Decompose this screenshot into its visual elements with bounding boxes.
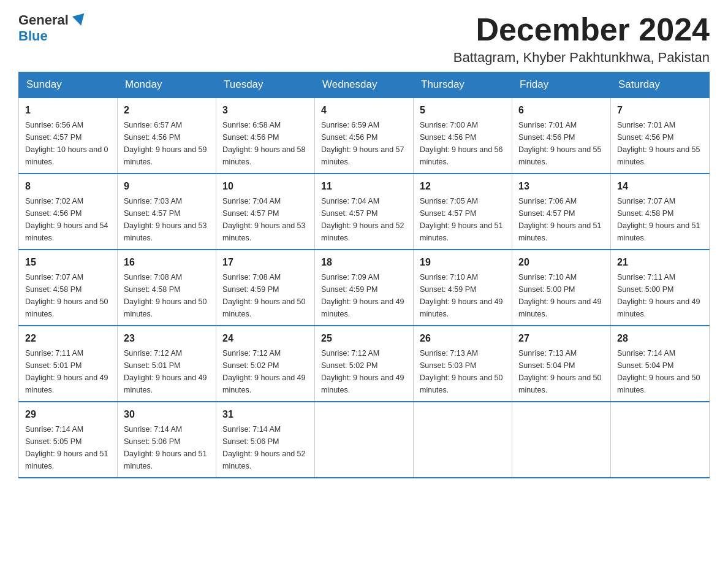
calendar-week-row: 8 Sunrise: 7:02 AMSunset: 4:56 PMDayligh… (19, 174, 710, 250)
weekday-header: Tuesday (216, 72, 315, 98)
day-number: 4 (321, 103, 407, 118)
day-info: Sunrise: 7:07 AMSunset: 4:58 PMDaylight:… (25, 273, 108, 318)
calendar-day-cell: 4 Sunrise: 6:59 AMSunset: 4:56 PMDayligh… (315, 98, 414, 174)
weekday-header: Thursday (414, 72, 512, 98)
weekday-header: Wednesday (315, 72, 414, 98)
calendar-week-row: 29 Sunrise: 7:14 AMSunset: 5:05 PMDaylig… (19, 402, 710, 478)
logo-text: General Blue (18, 12, 86, 44)
calendar-day-cell (512, 402, 611, 478)
day-number: 23 (124, 331, 210, 346)
calendar-day-cell: 29 Sunrise: 7:14 AMSunset: 5:05 PMDaylig… (19, 402, 118, 478)
calendar-day-cell: 3 Sunrise: 6:58 AMSunset: 4:56 PMDayligh… (216, 98, 315, 174)
day-info: Sunrise: 7:08 AMSunset: 4:58 PMDaylight:… (124, 273, 207, 318)
day-info: Sunrise: 7:08 AMSunset: 4:59 PMDaylight:… (222, 273, 306, 318)
calendar-day-cell: 20 Sunrise: 7:10 AMSunset: 5:00 PMDaylig… (512, 250, 611, 326)
day-info: Sunrise: 7:11 AMSunset: 5:01 PMDaylight:… (25, 349, 108, 394)
day-number: 21 (617, 255, 703, 270)
page-subtitle: Battagram, Khyber Pakhtunkhwa, Pakistan (453, 50, 710, 66)
day-info: Sunrise: 7:14 AMSunset: 5:06 PMDaylight:… (124, 425, 207, 470)
calendar-day-cell: 10 Sunrise: 7:04 AMSunset: 4:57 PMDaylig… (216, 174, 315, 250)
day-number: 20 (518, 255, 604, 270)
logo-triangle-icon (72, 13, 87, 28)
calendar-day-cell: 27 Sunrise: 7:13 AMSunset: 5:04 PMDaylig… (512, 326, 611, 402)
day-info: Sunrise: 7:07 AMSunset: 4:58 PMDaylight:… (617, 197, 700, 242)
day-info: Sunrise: 7:12 AMSunset: 5:02 PMDaylight:… (222, 349, 306, 394)
day-info: Sunrise: 7:01 AMSunset: 4:56 PMDaylight:… (518, 121, 602, 166)
day-info: Sunrise: 6:59 AMSunset: 4:56 PMDaylight:… (321, 121, 404, 166)
calendar-day-cell: 14 Sunrise: 7:07 AMSunset: 4:58 PMDaylig… (611, 174, 710, 250)
day-info: Sunrise: 6:56 AMSunset: 4:57 PMDaylight:… (25, 121, 108, 166)
calendar-week-row: 22 Sunrise: 7:11 AMSunset: 5:01 PMDaylig… (19, 326, 710, 402)
day-info: Sunrise: 7:04 AMSunset: 4:57 PMDaylight:… (321, 197, 404, 242)
day-info: Sunrise: 7:12 AMSunset: 5:02 PMDaylight:… (321, 349, 404, 394)
calendar-day-cell: 26 Sunrise: 7:13 AMSunset: 5:03 PMDaylig… (414, 326, 512, 402)
calendar-day-cell: 19 Sunrise: 7:10 AMSunset: 4:59 PMDaylig… (414, 250, 512, 326)
calendar-day-cell: 24 Sunrise: 7:12 AMSunset: 5:02 PMDaylig… (216, 326, 315, 402)
calendar-day-cell: 8 Sunrise: 7:02 AMSunset: 4:56 PMDayligh… (19, 174, 118, 250)
page-header: General Blue December 2024 Battagram, Kh… (18, 12, 710, 66)
day-number: 28 (617, 331, 703, 346)
calendar-day-cell: 17 Sunrise: 7:08 AMSunset: 4:59 PMDaylig… (216, 250, 315, 326)
day-number: 7 (617, 103, 703, 118)
day-number: 13 (518, 179, 604, 194)
day-number: 31 (222, 407, 308, 422)
day-number: 16 (124, 255, 210, 270)
day-info: Sunrise: 7:13 AMSunset: 5:03 PMDaylight:… (420, 349, 503, 394)
day-number: 3 (222, 103, 308, 118)
day-number: 5 (420, 103, 506, 118)
day-info: Sunrise: 7:12 AMSunset: 5:01 PMDaylight:… (124, 349, 207, 394)
day-info: Sunrise: 7:04 AMSunset: 4:57 PMDaylight:… (222, 197, 306, 242)
calendar-day-cell (414, 402, 512, 478)
calendar-day-cell: 18 Sunrise: 7:09 AMSunset: 4:59 PMDaylig… (315, 250, 414, 326)
day-number: 10 (222, 179, 308, 194)
day-number: 27 (518, 331, 604, 346)
calendar-day-cell: 11 Sunrise: 7:04 AMSunset: 4:57 PMDaylig… (315, 174, 414, 250)
calendar-day-cell: 28 Sunrise: 7:14 AMSunset: 5:04 PMDaylig… (611, 326, 710, 402)
calendar-day-cell: 7 Sunrise: 7:01 AMSunset: 4:56 PMDayligh… (611, 98, 710, 174)
calendar-day-cell: 31 Sunrise: 7:14 AMSunset: 5:06 PMDaylig… (216, 402, 315, 478)
day-info: Sunrise: 7:11 AMSunset: 5:00 PMDaylight:… (617, 273, 700, 318)
calendar-day-cell: 12 Sunrise: 7:05 AMSunset: 4:57 PMDaylig… (414, 174, 512, 250)
day-info: Sunrise: 7:09 AMSunset: 4:59 PMDaylight:… (321, 273, 404, 318)
day-info: Sunrise: 7:14 AMSunset: 5:06 PMDaylight:… (222, 425, 306, 470)
weekday-header: Sunday (19, 72, 118, 98)
day-info: Sunrise: 7:10 AMSunset: 4:59 PMDaylight:… (420, 273, 503, 318)
logo: General Blue (18, 12, 86, 44)
day-info: Sunrise: 7:02 AMSunset: 4:56 PMDaylight:… (25, 197, 108, 242)
day-number: 1 (25, 103, 111, 118)
day-number: 2 (124, 103, 210, 118)
calendar-day-cell: 9 Sunrise: 7:03 AMSunset: 4:57 PMDayligh… (118, 174, 216, 250)
calendar-day-cell: 6 Sunrise: 7:01 AMSunset: 4:56 PMDayligh… (512, 98, 611, 174)
day-info: Sunrise: 7:14 AMSunset: 5:04 PMDaylight:… (617, 349, 700, 394)
calendar-day-cell: 21 Sunrise: 7:11 AMSunset: 5:00 PMDaylig… (611, 250, 710, 326)
calendar-day-cell: 15 Sunrise: 7:07 AMSunset: 4:58 PMDaylig… (19, 250, 118, 326)
day-info: Sunrise: 7:14 AMSunset: 5:05 PMDaylight:… (25, 425, 108, 470)
day-number: 22 (25, 331, 111, 346)
calendar-day-cell: 23 Sunrise: 7:12 AMSunset: 5:01 PMDaylig… (118, 326, 216, 402)
day-info: Sunrise: 6:58 AMSunset: 4:56 PMDaylight:… (222, 121, 306, 166)
page-title: December 2024 (453, 12, 710, 47)
calendar-week-row: 15 Sunrise: 7:07 AMSunset: 4:58 PMDaylig… (19, 250, 710, 326)
calendar-day-cell: 1 Sunrise: 6:56 AMSunset: 4:57 PMDayligh… (19, 98, 118, 174)
logo-general: General (18, 12, 69, 28)
day-number: 8 (25, 179, 111, 194)
day-number: 24 (222, 331, 308, 346)
day-number: 26 (420, 331, 506, 346)
calendar-table: SundayMondayTuesdayWednesdayThursdayFrid… (18, 72, 710, 478)
weekday-header: Friday (512, 72, 611, 98)
day-info: Sunrise: 7:05 AMSunset: 4:57 PMDaylight:… (420, 197, 503, 242)
day-number: 9 (124, 179, 210, 194)
day-info: Sunrise: 7:10 AMSunset: 5:00 PMDaylight:… (518, 273, 602, 318)
day-info: Sunrise: 7:01 AMSunset: 4:56 PMDaylight:… (617, 121, 700, 166)
calendar-day-cell: 16 Sunrise: 7:08 AMSunset: 4:58 PMDaylig… (118, 250, 216, 326)
day-number: 6 (518, 103, 604, 118)
calendar-day-cell: 2 Sunrise: 6:57 AMSunset: 4:56 PMDayligh… (118, 98, 216, 174)
day-info: Sunrise: 7:03 AMSunset: 4:57 PMDaylight:… (124, 197, 207, 242)
day-number: 19 (420, 255, 506, 270)
day-number: 25 (321, 331, 407, 346)
day-number: 29 (25, 407, 111, 422)
title-block: December 2024 Battagram, Khyber Pakhtunk… (453, 12, 710, 66)
day-number: 11 (321, 179, 407, 194)
calendar-day-cell: 25 Sunrise: 7:12 AMSunset: 5:02 PMDaylig… (315, 326, 414, 402)
calendar-header-row: SundayMondayTuesdayWednesdayThursdayFrid… (19, 72, 710, 98)
